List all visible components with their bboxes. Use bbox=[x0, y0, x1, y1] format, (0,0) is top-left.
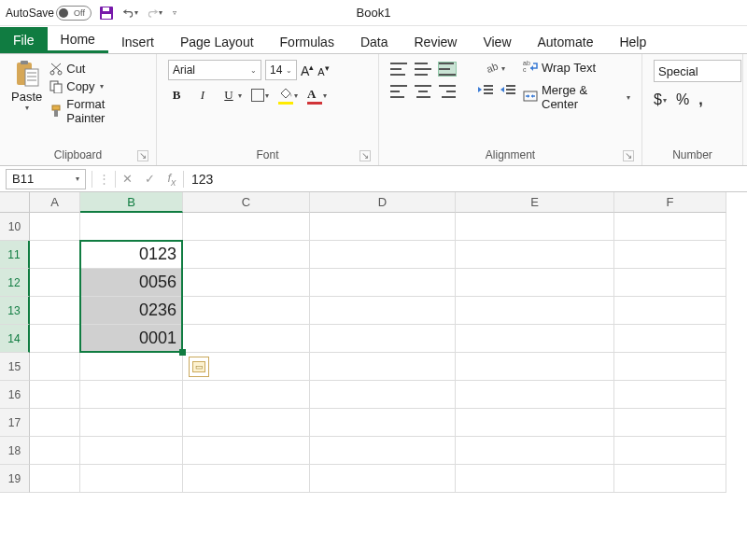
cell[interactable] bbox=[30, 437, 80, 465]
tab-review[interactable]: Review bbox=[402, 31, 471, 53]
cell-B12[interactable]: 0056 bbox=[80, 269, 183, 297]
cell[interactable] bbox=[30, 297, 80, 325]
select-all-corner[interactable] bbox=[0, 192, 30, 213]
comma-format-button[interactable]: , bbox=[698, 91, 702, 108]
align-center-icon[interactable] bbox=[415, 85, 431, 98]
cell[interactable] bbox=[310, 325, 456, 353]
undo-icon[interactable]: ▾ bbox=[123, 6, 138, 21]
cell[interactable] bbox=[456, 409, 614, 437]
enter-icon[interactable]: ✓ bbox=[138, 172, 161, 186]
format-painter-button[interactable]: Format Painter bbox=[49, 97, 145, 125]
cell[interactable] bbox=[310, 437, 456, 465]
cell[interactable] bbox=[80, 213, 183, 241]
name-box[interactable]: B11▾ bbox=[6, 169, 86, 189]
cell[interactable] bbox=[30, 409, 80, 437]
align-top-icon[interactable] bbox=[390, 63, 407, 76]
cell[interactable] bbox=[183, 437, 310, 465]
cell[interactable] bbox=[183, 325, 310, 353]
cut-button[interactable]: Cut bbox=[49, 62, 145, 76]
autosave-toggle[interactable]: Off bbox=[56, 6, 92, 21]
row-header[interactable]: 10 bbox=[0, 213, 30, 241]
cell[interactable] bbox=[614, 325, 726, 353]
col-header[interactable]: F bbox=[614, 192, 726, 213]
increase-indent-icon[interactable] bbox=[500, 83, 515, 99]
cell[interactable] bbox=[310, 465, 456, 493]
cell[interactable] bbox=[614, 353, 726, 381]
cell[interactable] bbox=[183, 465, 310, 493]
cell[interactable] bbox=[456, 213, 614, 241]
cell[interactable] bbox=[614, 437, 726, 465]
cell-B13[interactable]: 0236 bbox=[80, 297, 183, 325]
save-icon[interactable] bbox=[99, 6, 114, 21]
row-header[interactable]: 15 bbox=[0, 353, 30, 381]
cell[interactable] bbox=[614, 213, 726, 241]
cell[interactable] bbox=[30, 241, 80, 269]
clipboard-launcher-icon[interactable]: ↘ bbox=[137, 150, 148, 161]
redo-icon[interactable]: ▾ bbox=[148, 6, 162, 21]
row-header[interactable]: 11 bbox=[0, 241, 30, 269]
cell[interactable] bbox=[614, 409, 726, 437]
cell[interactable] bbox=[456, 297, 614, 325]
paste-button[interactable]: Paste ▾ bbox=[11, 60, 42, 112]
accounting-format-button[interactable]: $▾ bbox=[654, 91, 667, 108]
cell[interactable] bbox=[30, 213, 80, 241]
increase-font-icon[interactable]: A▴ bbox=[301, 63, 314, 78]
cancel-icon[interactable]: ✕ bbox=[116, 172, 138, 186]
cell[interactable] bbox=[456, 269, 614, 297]
cell[interactable] bbox=[310, 241, 456, 269]
underline-button[interactable]: U▾ bbox=[220, 88, 242, 103]
row-header[interactable]: 13 bbox=[0, 297, 30, 325]
fill-handle[interactable] bbox=[179, 349, 186, 356]
alignment-launcher-icon[interactable]: ↘ bbox=[623, 150, 634, 161]
row-header[interactable]: 12 bbox=[0, 269, 30, 297]
cell[interactable] bbox=[614, 381, 726, 409]
col-header[interactable]: D bbox=[310, 192, 456, 213]
cell[interactable] bbox=[30, 465, 80, 493]
number-format-select[interactable]: Special bbox=[654, 60, 741, 82]
fill-color-button[interactable]: ▾ bbox=[278, 86, 298, 105]
font-launcher-icon[interactable]: ↘ bbox=[359, 150, 371, 161]
cell[interactable] bbox=[614, 269, 726, 297]
tab-insert[interactable]: Insert bbox=[108, 31, 167, 53]
copy-button[interactable]: Copy ▾ bbox=[49, 79, 145, 93]
cell[interactable] bbox=[614, 465, 726, 493]
cell[interactable] bbox=[310, 381, 456, 409]
italic-button[interactable]: I bbox=[194, 88, 211, 103]
cell[interactable] bbox=[183, 213, 310, 241]
cell[interactable] bbox=[456, 465, 614, 493]
cell[interactable] bbox=[614, 241, 726, 269]
cell-B14[interactable]: 0001 bbox=[80, 325, 183, 353]
cell[interactable] bbox=[80, 353, 183, 381]
col-header[interactable]: A bbox=[30, 192, 80, 213]
tab-view[interactable]: View bbox=[470, 31, 524, 53]
cell[interactable] bbox=[30, 325, 80, 353]
qat-customize-icon[interactable]: ▿ bbox=[173, 8, 176, 17]
tab-automate[interactable]: Automate bbox=[525, 31, 607, 53]
decrease-font-icon[interactable]: A▾ bbox=[317, 63, 329, 77]
font-name-select[interactable]: Arial⌄ bbox=[168, 60, 261, 80]
font-color-button[interactable]: A ▾ bbox=[307, 87, 327, 105]
cell[interactable] bbox=[183, 269, 310, 297]
cell[interactable] bbox=[80, 465, 183, 493]
percent-format-button[interactable]: % bbox=[676, 91, 689, 108]
cell[interactable] bbox=[80, 381, 183, 409]
cell[interactable] bbox=[183, 297, 310, 325]
cell[interactable] bbox=[456, 241, 614, 269]
cell[interactable] bbox=[30, 353, 80, 381]
merge-center-button[interactable]: Merge & Center ▾ bbox=[523, 83, 630, 111]
cell[interactable] bbox=[183, 241, 310, 269]
cell[interactable] bbox=[456, 381, 614, 409]
paste-options-smart-tag[interactable]: ▭ bbox=[189, 357, 209, 377]
bold-button[interactable]: B bbox=[168, 88, 185, 103]
cell[interactable] bbox=[80, 409, 183, 437]
row-header[interactable]: 17 bbox=[0, 409, 30, 437]
font-size-select[interactable]: 14⌄ bbox=[265, 60, 297, 80]
cell[interactable] bbox=[310, 353, 456, 381]
cell[interactable] bbox=[30, 381, 80, 409]
cell[interactable] bbox=[310, 297, 456, 325]
cell[interactable] bbox=[310, 269, 456, 297]
orientation-button[interactable]: ab▾ bbox=[486, 60, 505, 77]
cell[interactable] bbox=[456, 325, 614, 353]
decrease-indent-icon[interactable] bbox=[478, 83, 493, 99]
align-left-icon[interactable] bbox=[390, 85, 407, 98]
